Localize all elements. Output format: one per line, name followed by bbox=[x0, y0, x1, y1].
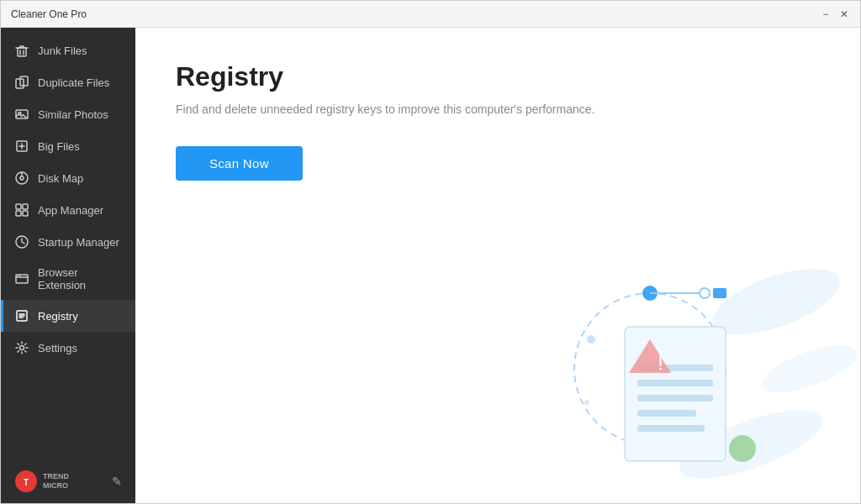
minimize-button[interactable]: − bbox=[820, 8, 832, 20]
app-body: Junk Files Duplicate Files Similar Photo… bbox=[1, 28, 860, 503]
svg-point-48 bbox=[584, 400, 589, 405]
svg-rect-13 bbox=[16, 204, 21, 209]
title-bar: Cleaner One Pro − ✕ bbox=[1, 1, 860, 28]
registry-icon bbox=[14, 308, 29, 323]
svg-rect-37 bbox=[637, 410, 696, 417]
svg-text:T: T bbox=[24, 478, 29, 487]
svg-point-42 bbox=[642, 286, 658, 301]
startup-icon bbox=[14, 234, 29, 249]
sidebar-label-startup-manager: Startup Manager bbox=[38, 236, 119, 249]
trend-micro-brand: T TREND MICRO bbox=[14, 470, 69, 493]
sidebar-label-duplicate-files: Duplicate Files bbox=[38, 76, 109, 89]
sidebar-item-settings[interactable]: Settings bbox=[1, 332, 135, 364]
svg-rect-0 bbox=[18, 48, 26, 56]
edit-icon[interactable]: ✎ bbox=[112, 475, 122, 488]
sidebar-label-registry: Registry bbox=[38, 310, 78, 323]
sidebar-label-browser-extension: Browser Extension bbox=[38, 266, 122, 291]
page-description: Find and delete unneeded registry keys t… bbox=[176, 102, 820, 116]
page-title: Registry bbox=[176, 61, 820, 92]
svg-marker-39 bbox=[629, 339, 671, 373]
app-icon bbox=[14, 202, 29, 218]
settings-icon bbox=[14, 340, 29, 355]
svg-rect-35 bbox=[637, 380, 713, 386]
sidebar-item-startup-manager[interactable]: Startup Manager bbox=[1, 226, 135, 258]
svg-rect-14 bbox=[23, 204, 28, 209]
sidebar-item-browser-extension[interactable]: Browser Extension bbox=[1, 258, 135, 300]
svg-point-32 bbox=[574, 293, 726, 444]
svg-point-41 bbox=[659, 368, 662, 370]
junk-icon bbox=[14, 43, 29, 58]
svg-point-31 bbox=[672, 396, 830, 492]
sidebar-label-app-manager: App Manager bbox=[38, 204, 103, 217]
svg-point-26 bbox=[20, 346, 24, 350]
illustration bbox=[457, 201, 860, 503]
sidebar-item-registry[interactable]: Registry bbox=[1, 300, 135, 332]
duplicate-icon bbox=[14, 75, 29, 90]
sidebar-label-disk-map: Disk Map bbox=[38, 172, 83, 185]
svg-point-21 bbox=[19, 276, 21, 277]
scan-now-button[interactable]: Scan Now bbox=[176, 146, 303, 181]
sidebar-item-duplicate-files[interactable]: Duplicate Files bbox=[1, 66, 135, 98]
sidebar: Junk Files Duplicate Files Similar Photo… bbox=[1, 28, 135, 503]
sidebar-item-similar-photos[interactable]: Similar Photos bbox=[1, 98, 135, 130]
sidebar-item-junk-files[interactable]: Junk Files bbox=[1, 34, 135, 66]
svg-rect-38 bbox=[637, 425, 705, 432]
sidebar-label-big-files: Big Files bbox=[38, 140, 80, 153]
sidebar-nav: Junk Files Duplicate Files Similar Photo… bbox=[1, 28, 135, 459]
brand-sub: MICRO bbox=[43, 481, 69, 491]
sidebar-item-disk-map[interactable]: Disk Map bbox=[1, 162, 135, 194]
bigfile-icon bbox=[14, 139, 29, 154]
svg-rect-34 bbox=[637, 365, 713, 371]
main-content: Registry Find and delete unneeded regist… bbox=[135, 28, 860, 503]
svg-point-46 bbox=[729, 435, 756, 462]
trend-micro-logo-icon: T bbox=[14, 470, 38, 493]
sidebar-item-app-manager[interactable]: App Manager bbox=[1, 194, 135, 226]
svg-rect-33 bbox=[625, 327, 726, 461]
window-controls: − ✕ bbox=[820, 8, 850, 20]
disk-icon bbox=[14, 171, 29, 186]
svg-rect-45 bbox=[713, 288, 726, 298]
sidebar-label-similar-photos: Similar Photos bbox=[38, 108, 108, 121]
sidebar-item-big-files[interactable]: Big Files bbox=[1, 130, 135, 162]
browser-icon bbox=[14, 271, 29, 286]
svg-rect-15 bbox=[16, 211, 21, 216]
app-title: Cleaner One Pro bbox=[11, 8, 820, 20]
svg-point-20 bbox=[18, 276, 19, 277]
brand-name: TREND bbox=[43, 472, 69, 481]
svg-point-47 bbox=[587, 335, 595, 344]
close-button[interactable]: ✕ bbox=[838, 8, 850, 20]
svg-rect-36 bbox=[637, 395, 713, 402]
photo-icon bbox=[14, 107, 29, 122]
svg-rect-16 bbox=[23, 211, 28, 216]
sidebar-footer: T TREND MICRO ✎ bbox=[1, 459, 135, 503]
svg-point-44 bbox=[700, 288, 710, 298]
svg-point-29 bbox=[705, 255, 848, 348]
sidebar-label-junk-files: Junk Files bbox=[38, 45, 87, 57]
svg-point-30 bbox=[757, 336, 860, 402]
sidebar-label-settings: Settings bbox=[38, 342, 77, 354]
